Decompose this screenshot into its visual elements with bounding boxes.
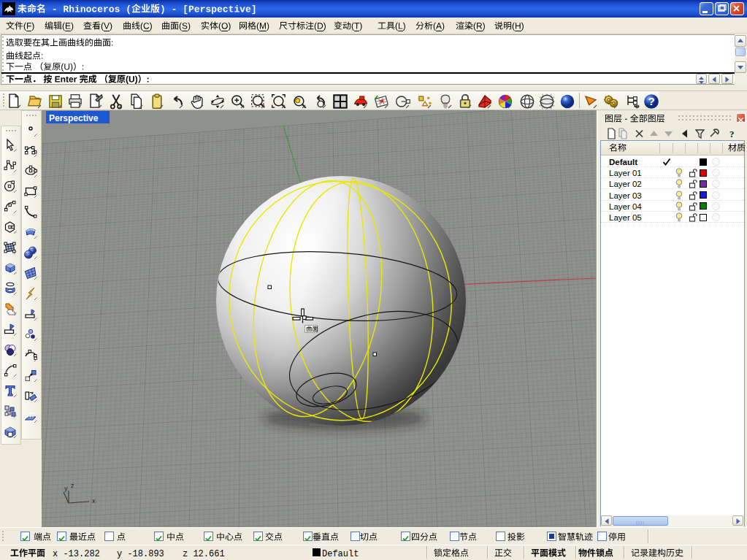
svg-text:?: ? xyxy=(729,129,735,139)
svg-text:z: z xyxy=(71,482,74,489)
svg-text:y: y xyxy=(64,485,68,492)
svg-text:?: ? xyxy=(648,95,654,107)
svg-text:x: x xyxy=(92,497,96,505)
